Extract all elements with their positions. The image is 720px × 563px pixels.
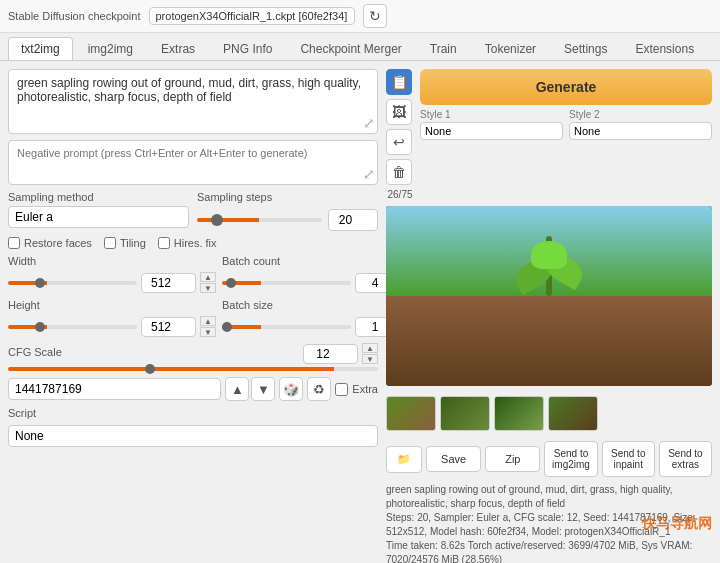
seed-stepper-up[interactable]: ▲ (225, 377, 249, 401)
cfg-down-btn[interactable]: ▼ (362, 354, 378, 364)
tiling-checkbox[interactable]: Tiling (104, 237, 146, 249)
refresh-button[interactable]: ↻ (363, 4, 387, 28)
seed-stepper-down[interactable]: ▼ (251, 377, 275, 401)
neg-expand-icon[interactable]: ⤢ (363, 166, 375, 182)
sampling-method-select[interactable]: Euler a (8, 206, 189, 228)
tiling-input[interactable] (104, 237, 116, 249)
info-prompt: green sapling rowing out of ground, mud,… (386, 483, 712, 511)
progress-text: 26/75 (386, 189, 414, 200)
tab-pnginfo[interactable]: PNG Info (210, 37, 285, 60)
hires-fix-label: Hires. fix (174, 237, 217, 249)
expand-icon[interactable]: ⤢ (363, 115, 375, 131)
sampling-method-col: Sampling method Euler a (8, 191, 189, 228)
plant-leaf-top (531, 241, 567, 269)
main-tabs: txt2img img2img Extras PNG Info Checkpoi… (0, 33, 720, 61)
params-grid: Width ▲ ▼ Batch count ▲ (8, 255, 378, 337)
height-slider[interactable] (8, 325, 137, 329)
style2-label: Style 2 (569, 109, 712, 120)
save-button[interactable]: Save (426, 446, 481, 472)
tab-extras[interactable]: Extras (148, 37, 208, 60)
hires-fix-checkbox[interactable]: Hires. fix (158, 237, 217, 249)
send-img2img-button[interactable]: Send to img2img (544, 441, 597, 477)
cfg-slider[interactable] (8, 367, 378, 371)
positive-prompt-box: green sapling rowing out of ground, mud,… (8, 69, 378, 134)
tab-txt2img[interactable]: txt2img (8, 37, 73, 60)
thumb-4[interactable] (548, 396, 598, 431)
tab-extensions[interactable]: Extensions (622, 37, 707, 60)
style1-section: Style 1 None (420, 109, 563, 140)
steps-input[interactable] (328, 209, 378, 231)
height-down-btn[interactable]: ▼ (200, 327, 216, 337)
width-label: Width (8, 255, 216, 267)
tab-checkpoint-merger[interactable]: Checkpoint Merger (287, 37, 414, 60)
batch-size-slider[interactable] (222, 325, 351, 329)
generated-image (386, 206, 712, 386)
main-layout: green sapling rowing out of ground, mud,… (0, 61, 720, 563)
tab-img2img[interactable]: img2img (75, 37, 146, 60)
extra-input[interactable] (335, 383, 348, 396)
script-row: Script None (8, 407, 378, 447)
tab-tokenizer[interactable]: Tokenizer (472, 37, 549, 60)
width-up-btn[interactable]: ▲ (200, 272, 216, 282)
sampling-steps-col: Sampling steps (197, 191, 378, 231)
style2-select[interactable]: None (569, 122, 712, 140)
tab-train[interactable]: Train (417, 37, 470, 60)
style-row: Style 1 None Style 2 None (420, 109, 712, 140)
checkbox-row: Restore faces Tiling Hires. fix (8, 237, 378, 249)
restore-faces-input[interactable] (8, 237, 20, 249)
height-stepper: ▲ ▼ (200, 316, 216, 337)
steps-slider-container (197, 218, 322, 222)
thumb-1[interactable] (386, 396, 436, 431)
gen-top: 📋 🖼 ↩ 🗑 26/75 Generate Style 1 None (386, 69, 712, 200)
cfg-input[interactable] (303, 344, 358, 364)
dice-button[interactable]: 🎲 (279, 377, 303, 401)
hires-fix-input[interactable] (158, 237, 170, 249)
top-bar: Stable Diffusion checkpoint protogenX34O… (0, 0, 720, 33)
send-inpaint-button[interactable]: Send to inpaint (602, 441, 655, 477)
negative-prompt-box: ⤢ (8, 140, 378, 185)
paste-icon-btn[interactable]: 📋 (386, 69, 412, 95)
cfg-label: CFG Scale (8, 346, 62, 358)
extra-checkbox[interactable]: Extra (335, 383, 378, 396)
positive-prompt-input[interactable]: green sapling rowing out of ground, mud,… (9, 70, 377, 130)
steps-slider[interactable] (197, 218, 322, 222)
script-label: Script (8, 407, 378, 419)
negative-prompt-input[interactable] (9, 141, 377, 181)
cfg-up-btn[interactable]: ▲ (362, 343, 378, 353)
thumb-3[interactable] (494, 396, 544, 431)
cfg-header: CFG Scale ▲ ▼ (8, 343, 378, 364)
open-folder-button[interactable]: 📁 (386, 446, 422, 473)
style1-select[interactable]: None (420, 122, 563, 140)
checkpoint-select[interactable]: protogenX34OfficialR_1.ckpt [60fe2f34] (149, 7, 355, 25)
style2-section: Style 2 None (569, 109, 712, 140)
thumb-2[interactable] (440, 396, 490, 431)
folder-icon-btn[interactable]: 🖼 (386, 99, 412, 125)
recycle-button[interactable]: ♻ (307, 377, 331, 401)
zip-button[interactable]: Zip (485, 446, 540, 472)
width-down-btn[interactable]: ▼ (200, 283, 216, 293)
trash-icon-btn[interactable]: 🗑 (386, 159, 412, 185)
tab-settings[interactable]: Settings (551, 37, 620, 60)
batch-count-slider[interactable] (222, 281, 351, 285)
action-buttons: 📁 Save Zip Send to img2img Send to inpai… (386, 441, 712, 477)
width-input[interactable] (141, 273, 196, 293)
restore-faces-checkbox[interactable]: Restore faces (8, 237, 92, 249)
extra-label: Extra (352, 383, 378, 395)
script-select[interactable]: None (8, 425, 378, 447)
generate-button[interactable]: Generate (420, 69, 712, 105)
style1-label: Style 1 (420, 109, 563, 120)
right-panel: 📋 🖼 ↩ 🗑 26/75 Generate Style 1 None (386, 69, 712, 563)
cfg-scale-row: CFG Scale ▲ ▼ (8, 343, 378, 371)
seed-input[interactable] (8, 378, 221, 400)
height-row: Height ▲ ▼ (8, 299, 216, 337)
height-label: Height (8, 299, 216, 311)
height-up-btn[interactable]: ▲ (200, 316, 216, 326)
sampling-row: Sampling method Euler a Sampling steps (8, 191, 378, 231)
info-time: Time taken: 8.62s Torch active/reserved:… (386, 539, 712, 563)
send-extras-button[interactable]: Send to extras (659, 441, 712, 477)
width-slider[interactable] (8, 281, 137, 285)
undo-icon-btn[interactable]: ↩ (386, 129, 412, 155)
icon-column: 📋 🖼 ↩ 🗑 26/75 (386, 69, 414, 200)
generate-section: Generate Style 1 None Style 2 None (420, 69, 712, 200)
height-input[interactable] (141, 317, 196, 337)
